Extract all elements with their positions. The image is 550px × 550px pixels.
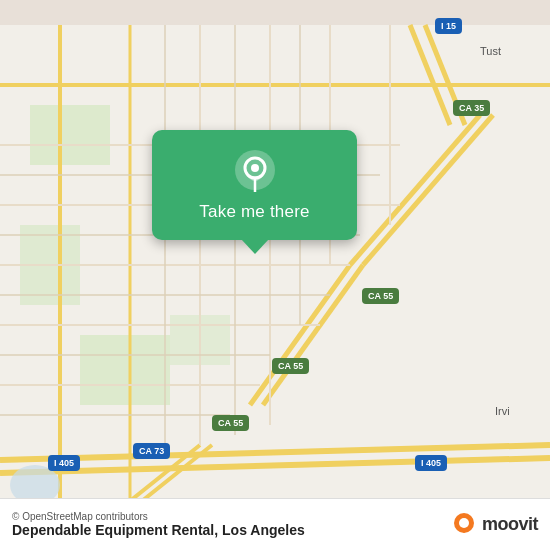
highway-ca55-3: CA 55 xyxy=(212,415,249,431)
take-me-there-button[interactable]: Take me there xyxy=(199,202,309,222)
bottom-bar-info: © OpenStreetMap contributors Dependable … xyxy=(12,511,305,538)
copyright-text: © OpenStreetMap contributors xyxy=(12,511,305,522)
moovit-icon xyxy=(450,511,478,539)
bottom-bar: © OpenStreetMap contributors Dependable … xyxy=(0,498,550,550)
map-container: Tust Irvi CA 35 I 15 CA 55 CA 55 CA 55 C… xyxy=(0,0,550,550)
highway-ca35: CA 35 xyxy=(453,100,490,116)
highway-i15: I 15 xyxy=(435,18,462,34)
highway-ca73: CA 73 xyxy=(133,443,170,459)
location-pin-icon xyxy=(233,148,277,192)
svg-rect-1 xyxy=(30,105,110,165)
map-svg: Tust Irvi xyxy=(0,0,550,550)
highway-ca55-2: CA 55 xyxy=(272,358,309,374)
location-title: Dependable Equipment Rental, Los Angeles xyxy=(12,522,305,538)
svg-rect-3 xyxy=(80,335,170,405)
svg-point-42 xyxy=(459,518,469,528)
svg-text:Irvi: Irvi xyxy=(495,405,510,417)
highway-i405-2: I 405 xyxy=(415,455,447,471)
moovit-logo: moovit xyxy=(450,511,538,539)
highway-ca55-1: CA 55 xyxy=(362,288,399,304)
svg-text:Tust: Tust xyxy=(480,45,501,57)
highway-i405-1: I 405 xyxy=(48,455,80,471)
moovit-text: moovit xyxy=(482,514,538,535)
location-card: Take me there xyxy=(152,130,357,240)
svg-point-40 xyxy=(251,164,259,172)
